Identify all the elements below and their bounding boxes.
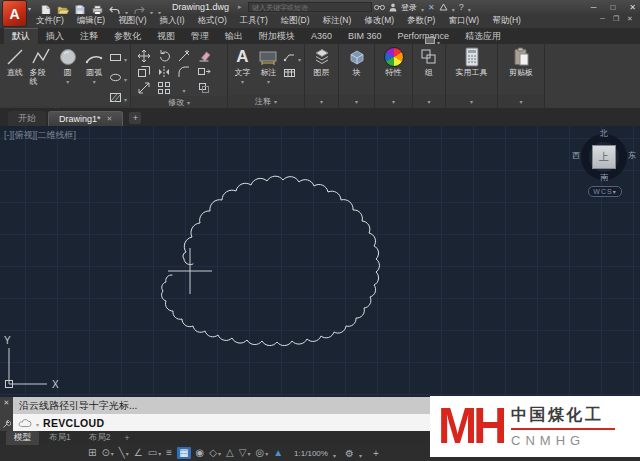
ribbon-tab-addins[interactable]: 附加模块 bbox=[251, 28, 303, 44]
array-icon[interactable] bbox=[157, 81, 171, 95]
scale-icon[interactable] bbox=[137, 81, 151, 95]
isometric-drafting-toggle[interactable]: ╲ bbox=[119, 448, 129, 458]
menu-window[interactable]: 窗口(W) bbox=[448, 15, 479, 27]
gizmo-toggle[interactable]: ◎ bbox=[255, 448, 268, 458]
arc-caret-icon[interactable] bbox=[93, 77, 96, 86]
erase-icon[interactable] bbox=[197, 49, 211, 63]
app-menu-caret-icon[interactable]: ▾ bbox=[28, 5, 31, 12]
panel-modify-title[interactable]: 修改 bbox=[131, 96, 227, 108]
menu-draw[interactable]: 绘图(D) bbox=[281, 15, 310, 27]
panel-annotate-title[interactable]: 注释 bbox=[228, 95, 304, 108]
polyline-button[interactable]: 多段线 bbox=[30, 46, 54, 106]
viewcube-south-label[interactable]: 南 bbox=[600, 172, 608, 183]
menu-file[interactable]: 文件(F) bbox=[36, 15, 64, 27]
search-input[interactable] bbox=[249, 4, 371, 11]
ribbon-tab-view[interactable]: 视图 bbox=[149, 28, 183, 44]
revision-cloud[interactable] bbox=[162, 176, 380, 345]
signin-label[interactable]: 登录 bbox=[401, 2, 417, 13]
selection-filter-toggle[interactable]: ▽ bbox=[239, 448, 251, 458]
3d-object-snap-toggle[interactable]: ◇ bbox=[209, 448, 221, 458]
offset-icon[interactable] bbox=[197, 81, 211, 95]
properties-button[interactable]: 特性 bbox=[380, 46, 408, 95]
layout-tab-layout1[interactable]: 布局1 bbox=[41, 431, 79, 445]
maximize-button[interactable]: □ bbox=[610, 3, 615, 12]
ribbon-tab-bim360[interactable]: BIM 360 bbox=[340, 28, 390, 44]
file-tab-start[interactable]: 开始 bbox=[8, 111, 46, 126]
ribbon-tab-performance[interactable]: Performance bbox=[390, 28, 458, 44]
command-close-icon[interactable] bbox=[4, 399, 10, 407]
help-icon[interactable]: ? bbox=[459, 2, 464, 12]
panel-block-title[interactable] bbox=[339, 95, 374, 108]
menu-format[interactable]: 格式(O) bbox=[198, 15, 227, 27]
line-button[interactable]: 直线 bbox=[3, 46, 27, 106]
menu-parametric[interactable]: 参数(P) bbox=[407, 15, 435, 27]
dynamic-input-toggle[interactable]: ▭ bbox=[148, 448, 161, 458]
document-window-controls[interactable]: ─ ❐ ✕ bbox=[600, 15, 636, 23]
close-button[interactable] bbox=[629, 3, 636, 12]
menu-dimension[interactable]: 标注(N) bbox=[323, 15, 352, 27]
table-button[interactable] bbox=[283, 68, 301, 78]
object-snap-tracking-toggle[interactable]: ∠ bbox=[134, 448, 143, 458]
layout-tab-layout2[interactable]: 布局2 bbox=[81, 431, 119, 445]
workspace-gear-icon[interactable]: ⚙ bbox=[345, 448, 354, 459]
rotate-icon[interactable] bbox=[157, 49, 171, 63]
snap-mode-toggle[interactable]: ⊞ bbox=[88, 448, 96, 458]
hatch-button[interactable] bbox=[109, 88, 127, 106]
text-caret-icon[interactable] bbox=[241, 77, 244, 86]
layout-tab-model[interactable]: 模型 bbox=[6, 431, 39, 445]
minimize-button[interactable]: ─ bbox=[591, 3, 597, 12]
circle-button[interactable]: 圆 bbox=[56, 46, 80, 106]
block-insert-button[interactable]: 块 bbox=[343, 46, 371, 95]
ellipse-button[interactable] bbox=[109, 68, 127, 86]
annotation-scale-button[interactable]: 1:1/100% bbox=[294, 449, 328, 458]
panel-clipboard-title[interactable] bbox=[498, 95, 544, 108]
copy-icon[interactable] bbox=[137, 65, 151, 79]
polar-tracking-toggle[interactable]: ⊙ bbox=[101, 448, 113, 458]
ribbon-tab-manage[interactable]: 管理 bbox=[183, 28, 217, 44]
stretch-icon[interactable] bbox=[197, 65, 211, 79]
viewcube-top-face[interactable]: 上 bbox=[592, 145, 616, 169]
annotation-scale-caret-icon[interactable] bbox=[333, 444, 336, 461]
menu-help[interactable]: 帮助(H) bbox=[492, 15, 521, 27]
file-tab-close-icon[interactable] bbox=[107, 115, 113, 123]
command-line-grip[interactable] bbox=[0, 397, 13, 431]
help-search-box[interactable] bbox=[248, 2, 372, 12]
ribbon-tab-featured-apps[interactable]: 精选应用 bbox=[457, 28, 509, 44]
menu-modify[interactable]: 修改(M) bbox=[364, 15, 394, 27]
viewport-controls-label[interactable]: [-][俯视][二维线框] bbox=[4, 129, 76, 142]
menu-insert[interactable]: 插入(I) bbox=[160, 15, 185, 27]
app-menu-button[interactable]: A bbox=[3, 1, 26, 26]
circle-caret-icon[interactable] bbox=[66, 77, 69, 86]
menu-view[interactable]: 视图(V) bbox=[118, 15, 146, 27]
wcs-menu-button[interactable]: WCS bbox=[588, 186, 622, 197]
move-icon[interactable] bbox=[137, 49, 151, 63]
search-binoculars-icon[interactable] bbox=[374, 3, 385, 11]
ribbon-tab-home[interactable]: 默认 bbox=[4, 28, 38, 44]
ribbon-tab-a360[interactable]: A360 bbox=[303, 28, 340, 44]
layers-button[interactable]: 图层 bbox=[308, 46, 335, 95]
viewcube-north-label[interactable]: 北 bbox=[600, 128, 608, 139]
viewcube-west-label[interactable]: 西 bbox=[572, 150, 580, 161]
fillet-icon[interactable] bbox=[177, 65, 191, 79]
mirror-icon[interactable] bbox=[157, 65, 171, 79]
group-button[interactable]: 组 bbox=[416, 46, 442, 95]
trim-icon[interactable] bbox=[177, 49, 191, 63]
text-button[interactable]: A 文字 bbox=[231, 46, 254, 95]
ribbon-tab-parametric[interactable]: 参数化 bbox=[106, 28, 149, 44]
leader-button[interactable] bbox=[283, 48, 301, 66]
panel-utilities-title[interactable] bbox=[446, 95, 497, 108]
dimension-caret-icon[interactable] bbox=[267, 77, 270, 86]
menu-tools[interactable]: 工具(T) bbox=[240, 15, 268, 27]
utilities-button[interactable]: 实用工具 bbox=[451, 46, 493, 95]
a360-sync-icon[interactable] bbox=[428, 3, 435, 12]
command-options-caret-icon[interactable] bbox=[36, 417, 39, 429]
dynamic-ucs-toggle[interactable]: △ bbox=[226, 448, 234, 458]
paste-button[interactable]: 剪贴板 bbox=[502, 46, 540, 95]
dimension-button[interactable]: 标注 bbox=[257, 46, 280, 95]
selection-cycling-toggle[interactable]: ◉ bbox=[196, 448, 205, 458]
drawing-canvas[interactable]: X Y [-][俯视][二维线框] 上 北 南 西 东 WCS bbox=[0, 126, 640, 397]
viewcube-east-label[interactable]: 东 bbox=[628, 150, 636, 161]
lineweight-toggle[interactable]: ≡ bbox=[166, 448, 172, 458]
ribbon-tab-output[interactable]: 输出 bbox=[217, 28, 251, 44]
new-layout-button[interactable] bbox=[120, 433, 133, 443]
